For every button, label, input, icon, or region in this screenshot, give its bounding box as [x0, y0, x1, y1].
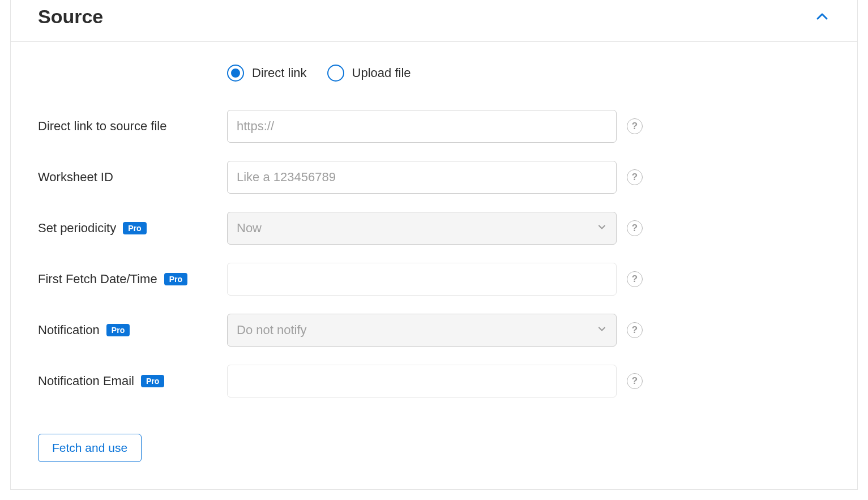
- help-icon[interactable]: ?: [627, 322, 643, 338]
- help-icon[interactable]: ?: [627, 169, 643, 185]
- panel-title: Source: [38, 6, 103, 28]
- source-type-radio-group: Direct link Upload file: [227, 65, 830, 82]
- row-first-fetch: First Fetch Date/Time Pro ?: [38, 263, 830, 296]
- radio-icon: [327, 65, 344, 82]
- pro-badge: Pro: [106, 324, 130, 336]
- input-wrap: [227, 365, 617, 398]
- radio-label: Upload file: [352, 66, 411, 80]
- panel-body: Direct link Upload file Direct link to s…: [11, 42, 857, 489]
- direct-link-input[interactable]: [227, 110, 617, 143]
- pro-badge: Pro: [141, 375, 164, 387]
- input-wrap: [227, 161, 617, 194]
- row-notification: Notification Pro Do not notify ?: [38, 314, 830, 347]
- radio-direct-link[interactable]: Direct link: [227, 65, 307, 82]
- select-wrap: Do not notify: [227, 314, 617, 347]
- chevron-up-icon[interactable]: [814, 9, 830, 25]
- help-icon[interactable]: ?: [627, 118, 643, 134]
- panel-header[interactable]: Source: [11, 0, 857, 42]
- help-icon[interactable]: ?: [627, 373, 643, 389]
- input-wrap: [227, 110, 617, 143]
- help-icon[interactable]: ?: [627, 271, 643, 287]
- label-notification: Notification Pro: [38, 323, 227, 337]
- first-fetch-input[interactable]: [227, 263, 617, 296]
- label-notification-email: Notification Email Pro: [38, 374, 227, 388]
- radio-label: Direct link: [252, 66, 307, 80]
- label-periodicity: Set periodicity Pro: [38, 221, 227, 236]
- label-first-fetch: First Fetch Date/Time Pro: [38, 272, 227, 287]
- radio-icon: [227, 65, 244, 82]
- row-worksheet-id: Worksheet ID ?: [38, 161, 830, 194]
- select-wrap: Now: [227, 212, 617, 245]
- worksheet-id-input[interactable]: [227, 161, 617, 194]
- notification-select[interactable]: Do not notify: [227, 314, 617, 347]
- row-periodicity: Set periodicity Pro Now ?: [38, 212, 830, 245]
- input-wrap: [227, 263, 617, 296]
- row-notification-email: Notification Email Pro ?: [38, 365, 830, 398]
- periodicity-select[interactable]: Now: [227, 212, 617, 245]
- radio-upload-file[interactable]: Upload file: [327, 65, 411, 82]
- row-direct-link: Direct link to source file ?: [38, 110, 830, 143]
- pro-badge: Pro: [123, 222, 146, 234]
- pro-badge: Pro: [164, 273, 187, 285]
- label-worksheet-id: Worksheet ID: [38, 170, 227, 185]
- source-panel: Source Direct link Upload file Direct li…: [10, 0, 858, 490]
- help-icon[interactable]: ?: [627, 220, 643, 236]
- label-direct-link: Direct link to source file: [38, 119, 227, 134]
- fetch-and-use-button[interactable]: Fetch and use: [38, 434, 142, 462]
- notification-email-input[interactable]: [227, 365, 617, 398]
